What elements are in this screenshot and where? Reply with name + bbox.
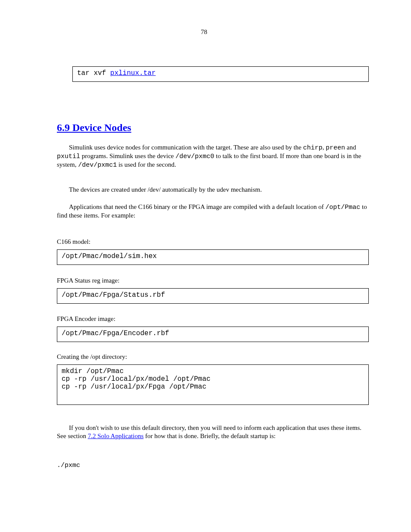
p3-mono-opt: /opt/Pmac — [325, 204, 360, 211]
code-encoderfpga-path: /opt/Pmac/Fpga/Encoder.rbf — [62, 330, 169, 337]
code-box-statusfpga: /opt/Pmac/Fpga/Status.rbf — [57, 288, 369, 304]
label-statusfpga: FPGA Status reg image: — [57, 277, 119, 284]
code-box-encoderfpga: /opt/Pmac/Fpga/Encoder.rbf — [57, 327, 369, 342]
paragraph-2: The devices are created under /dev/ auto… — [57, 186, 369, 194]
cmd-pxmc: ./pxmc — [57, 462, 80, 469]
p2-text: The devices are created under /dev/ auto… — [69, 186, 262, 193]
tar-code-fragment: tar xvf — [77, 69, 110, 77]
p3-pre: Applications that need the C166 binary o… — [69, 203, 325, 210]
code-pxdir-line1: mkdir /opt/Pmac — [62, 367, 364, 375]
document-page: 78 tar xvf pxlinux.tar 6.9 Device Nodes … — [0, 0, 411, 532]
code-box-tarline: tar xvf pxlinux.tar — [72, 66, 369, 82]
p1-mid2: and — [345, 144, 356, 151]
code-box-pxdir: mkdir /opt/Pmac cp -rp /usr/local/px/mod… — [57, 364, 369, 405]
paragraph-1: Simulink uses device nodes for communica… — [57, 143, 369, 169]
paragraph-3: Applications that need the C166 binary o… — [57, 203, 369, 220]
tar-file-link[interactable]: pxlinux.tar — [110, 69, 156, 77]
code-box-model: /opt/Pmac/model/sim.hex — [57, 249, 369, 265]
section-heading: 6.9 Device Nodes — [57, 122, 131, 134]
p1-mono-preen: preen — [326, 144, 345, 152]
p1-mono-dev1: /dev/pxmc1 — [78, 162, 117, 169]
p1-mono-pxutil: pxutil — [57, 153, 80, 160]
p1-mid3: programs. Simulink uses the device — [80, 152, 175, 159]
code-pxdir-line2: cp -rp /usr/local/px/model /opt/Pmac — [62, 375, 364, 383]
label-pxdir: Creating the /opt directory: — [57, 353, 127, 361]
p1-prefix: Simulink uses device nodes for communica… — [69, 144, 303, 151]
page-number: 78 — [201, 28, 207, 36]
p1-mid5: is used for the second. — [117, 161, 176, 168]
p1-mid1: , — [323, 144, 326, 151]
code-model-path: /opt/Pmac/model/sim.hex — [62, 252, 157, 260]
paragraph-bottom: If you don't wish to use this default di… — [57, 424, 369, 440]
p1-mono-chirp: chirp — [303, 144, 323, 152]
code-statusfpga-path: /opt/Pmac/Fpga/Status.rbf — [62, 291, 165, 299]
p1-mono-dev0: /dev/pxmc0 — [175, 153, 214, 160]
code-pxdir-line3: cp -rp /usr/local/px/Fpga /opt/Pmac — [62, 383, 364, 391]
bottom-mid: for how that is done. Briefly, the defau… — [143, 432, 275, 439]
label-model: C166 model: — [57, 238, 90, 246]
section-heading-link[interactable]: 6.9 Device Nodes — [57, 122, 131, 133]
label-encoderfpga: FPGA Encoder image: — [57, 315, 115, 323]
bottom-section-link[interactable]: 7.2 Solo Applications — [88, 432, 144, 439]
